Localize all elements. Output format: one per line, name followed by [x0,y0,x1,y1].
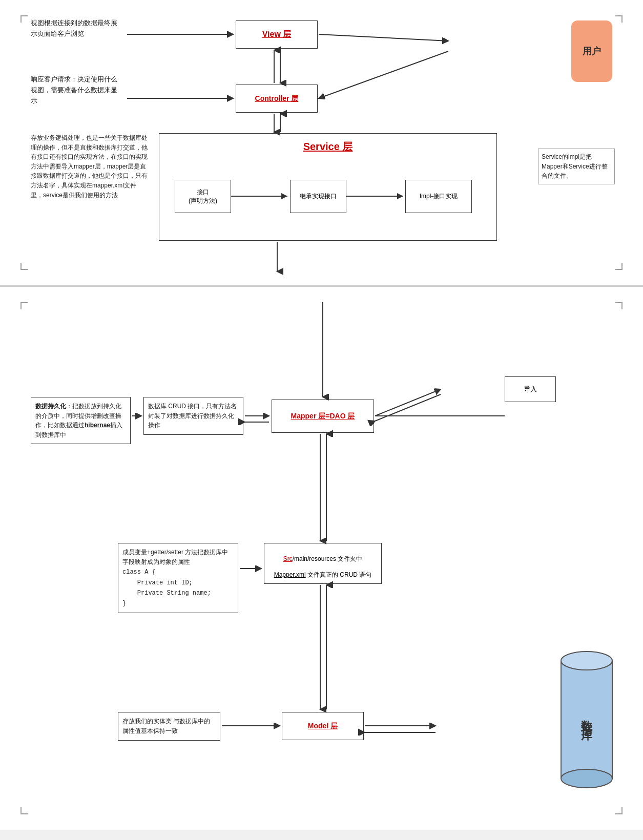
service-box: Service 层 接口 (声明方法) 继承实现接口 Impl-接口实现 [159,133,497,241]
model-label: Model 层 [308,722,338,731]
import-label: 导入 [524,385,537,394]
svg-line-25 [375,389,441,416]
view-box: View 层 [236,20,318,49]
interface-label: 接口 (声明方法) [189,188,217,205]
impl-box: Impl-接口实现 [405,180,472,213]
persist-desc: 数据持久化：把数据放到持久化的介质中，同时提供增删改查操作，比如数据通过hibe… [31,397,131,444]
db-label: 数据库 [579,711,594,723]
crud-desc: 数据库 CRUD 接口，只有方法名封装了对数据库进行数据持久化操作 [143,397,243,435]
import-box: 导入 [505,376,556,402]
corner-tr-top [615,15,623,23]
controller-label: Controller 层 [255,94,299,103]
corner-tl-bot [20,302,28,309]
bottom-canvas: Mapper 层=DAO 层 Src/main/resources 文件夹中 M… [15,297,628,820]
user-box: 用户 [571,20,612,82]
controller-desc: 响应客户请求：决定使用什么视图，需要准备什么数据来显示 [31,74,123,106]
interface-box: 接口 (声明方法) [175,180,231,213]
bottom-section: Mapper 层=DAO 层 Src/main/resources 文件夹中 M… [0,287,643,830]
model-desc: 存放我们的实体类 与数据库中的属性值基本保持一致 [118,712,220,741]
mapper-box: Mapper 层=DAO 层 [272,400,374,433]
corner-tl-top [20,15,28,23]
controller-box: Controller 层 [236,85,318,113]
extend-box: 继承实现接口 [290,180,346,213]
member-desc: 成员变量+getter/setter 方法把数据库中字段映射成为对象的属性 cl… [118,543,238,613]
top-section: 用户 View 层 Controller 层 视图根据连接到的数据最终展示页面给… [0,0,643,287]
svg-point-17 [561,652,612,670]
src-label: Src/main/resources 文件夹中 Mapper.xml 文件真正的… [274,548,372,579]
page: 用户 View 层 Controller 层 视图根据连接到的数据最终展示页面给… [0,0,643,830]
corner-br-top [615,263,623,270]
model-box: Model 层 [282,712,364,740]
svg-line-26 [375,394,441,421]
db-cylinder-container: 数据库 [558,645,615,789]
corner-bl-bot [20,807,28,814]
view-desc: 视图根据连接到的数据最终展示页面给客户浏览 [31,18,123,39]
svg-line-10 [319,51,448,98]
view-label: View 层 [262,29,292,40]
corner-tr-bot [615,302,623,309]
service-desc: 存放业务逻辑处理，也是一些关于数据库处理的操作，但不是直接和数据库打交道，他有接… [31,133,149,200]
corner-bl-top [20,263,28,270]
impl-label: Impl-接口实现 [420,192,458,201]
src-box: Src/main/resources 文件夹中 Mapper.xml 文件真正的… [264,543,382,584]
mapper-label: Mapper 层=DAO 层 [291,412,355,421]
impl-note: Service的impl是把Mapper和Service进行整合的文件。 [538,149,615,184]
corner-br-bot [615,807,623,814]
svg-line-9 [319,34,448,41]
top-canvas: 用户 View 层 Controller 层 视图根据连接到的数据最终展示页面给… [15,10,628,275]
service-label: Service 层 [303,141,353,152]
extend-label: 继承实现接口 [300,192,337,201]
svg-point-18 [561,769,612,788]
user-label: 用户 [583,45,601,57]
